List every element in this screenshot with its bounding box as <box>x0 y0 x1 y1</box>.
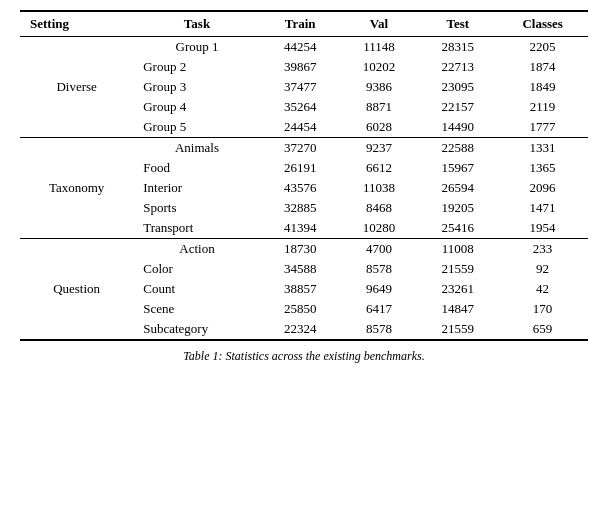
task-cell: Food <box>133 158 261 178</box>
train-cell: 44254 <box>261 37 340 58</box>
test-cell: 15967 <box>418 158 497 178</box>
setting-cell: Taxonomy <box>20 138 133 239</box>
val-cell: 11038 <box>340 178 419 198</box>
classes-cell: 659 <box>497 319 588 340</box>
col-header-train: Train <box>261 11 340 37</box>
task-cell: Subcategory <box>133 319 261 340</box>
task-cell: Group 3 <box>133 77 261 97</box>
train-cell: 37477 <box>261 77 340 97</box>
test-cell: 14490 <box>418 117 497 138</box>
train-cell: 41394 <box>261 218 340 239</box>
val-cell: 10202 <box>340 57 419 77</box>
task-cell: Group 2 <box>133 57 261 77</box>
val-cell: 6612 <box>340 158 419 178</box>
train-cell: 34588 <box>261 259 340 279</box>
train-cell: 38857 <box>261 279 340 299</box>
setting-cell: Diverse <box>20 37 133 138</box>
val-cell: 8578 <box>340 259 419 279</box>
data-table: Setting Task Train Val Test Classes Dive… <box>20 10 588 341</box>
train-cell: 35264 <box>261 97 340 117</box>
val-cell: 8468 <box>340 198 419 218</box>
task-cell: Scene <box>133 299 261 319</box>
table-row: TaxonomyAnimals372709237225881331 <box>20 138 588 159</box>
header-row: Setting Task Train Val Test Classes <box>20 11 588 37</box>
test-cell: 22713 <box>418 57 497 77</box>
val-cell: 9237 <box>340 138 419 159</box>
test-cell: 14847 <box>418 299 497 319</box>
table-row: QuestionAction18730470011008233 <box>20 239 588 260</box>
task-cell: Group 4 <box>133 97 261 117</box>
classes-cell: 92 <box>497 259 588 279</box>
test-cell: 23261 <box>418 279 497 299</box>
table-caption: Table 1: Statistics across the existing … <box>20 349 588 364</box>
val-cell: 9386 <box>340 77 419 97</box>
val-cell: 9649 <box>340 279 419 299</box>
train-cell: 18730 <box>261 239 340 260</box>
classes-cell: 1874 <box>497 57 588 77</box>
test-cell: 28315 <box>418 37 497 58</box>
col-header-classes: Classes <box>497 11 588 37</box>
train-cell: 39867 <box>261 57 340 77</box>
train-cell: 37270 <box>261 138 340 159</box>
test-cell: 22588 <box>418 138 497 159</box>
test-cell: 22157 <box>418 97 497 117</box>
classes-cell: 2096 <box>497 178 588 198</box>
test-cell: 25416 <box>418 218 497 239</box>
val-cell: 4700 <box>340 239 419 260</box>
classes-cell: 233 <box>497 239 588 260</box>
test-cell: 11008 <box>418 239 497 260</box>
val-cell: 8578 <box>340 319 419 340</box>
val-cell: 10280 <box>340 218 419 239</box>
classes-cell: 170 <box>497 299 588 319</box>
train-cell: 26191 <box>261 158 340 178</box>
task-cell: Sports <box>133 198 261 218</box>
task-cell: Interior <box>133 178 261 198</box>
val-cell: 8871 <box>340 97 419 117</box>
test-cell: 21559 <box>418 319 497 340</box>
test-cell: 26594 <box>418 178 497 198</box>
train-cell: 22324 <box>261 319 340 340</box>
test-cell: 19205 <box>418 198 497 218</box>
classes-cell: 1777 <box>497 117 588 138</box>
task-cell: Count <box>133 279 261 299</box>
val-cell: 11148 <box>340 37 419 58</box>
train-cell: 32885 <box>261 198 340 218</box>
classes-cell: 2205 <box>497 37 588 58</box>
table-row: DiverseGroup 14425411148283152205 <box>20 37 588 58</box>
col-header-task: Task <box>133 11 261 37</box>
col-header-val: Val <box>340 11 419 37</box>
task-cell: Group 1 <box>133 37 261 58</box>
classes-cell: 1365 <box>497 158 588 178</box>
setting-cell: Question <box>20 239 133 341</box>
test-cell: 23095 <box>418 77 497 97</box>
classes-cell: 1849 <box>497 77 588 97</box>
classes-cell: 1471 <box>497 198 588 218</box>
train-cell: 25850 <box>261 299 340 319</box>
test-cell: 21559 <box>418 259 497 279</box>
train-cell: 43576 <box>261 178 340 198</box>
table-container: Setting Task Train Val Test Classes Dive… <box>20 10 588 364</box>
classes-cell: 2119 <box>497 97 588 117</box>
task-cell: Animals <box>133 138 261 159</box>
task-cell: Color <box>133 259 261 279</box>
val-cell: 6417 <box>340 299 419 319</box>
task-cell: Transport <box>133 218 261 239</box>
val-cell: 6028 <box>340 117 419 138</box>
classes-cell: 42 <box>497 279 588 299</box>
col-header-setting: Setting <box>20 11 133 37</box>
classes-cell: 1331 <box>497 138 588 159</box>
classes-cell: 1954 <box>497 218 588 239</box>
train-cell: 24454 <box>261 117 340 138</box>
task-cell: Action <box>133 239 261 260</box>
task-cell: Group 5 <box>133 117 261 138</box>
col-header-test: Test <box>418 11 497 37</box>
